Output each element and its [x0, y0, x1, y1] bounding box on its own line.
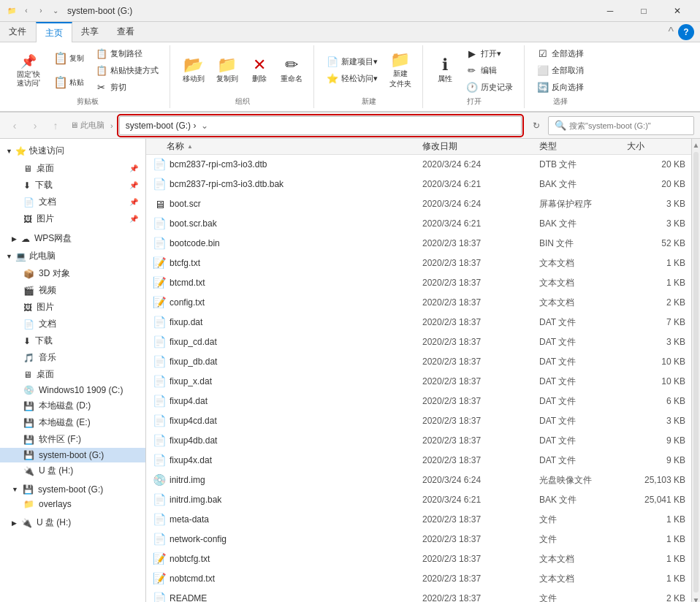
- header-name[interactable]: 名称 ▲: [167, 140, 422, 153]
- sidebar-item-docs2[interactable]: 📄 文档: [0, 316, 145, 332]
- sidebar-item-driveE[interactable]: 💾 本地磁盘 (E:): [0, 414, 145, 431]
- help-button[interactable]: ?: [678, 24, 694, 40]
- sidebar-item-music[interactable]: 🎵 音乐: [0, 349, 145, 366]
- table-row[interactable]: 📄 fixup4db.dat 2020/2/3 18:37 DAT 文件 9 K…: [146, 431, 691, 451]
- new-item-button[interactable]: 📄 新建项目▾: [322, 54, 383, 70]
- pin-quick-access-button[interactable]: 📌 固定'快速访问': [12, 50, 45, 90]
- table-row[interactable]: 🖥 boot.scr 2020/3/24 6:24 屏幕保护程序 3 KB: [146, 194, 691, 214]
- table-row[interactable]: 📄 network-config 2020/2/3 18:37 文件 1 KB: [146, 530, 691, 549]
- open-button[interactable]: ▶ 打开▾: [461, 45, 518, 61]
- file-date: 2020/3/24 6:21: [422, 218, 539, 229]
- tab-share[interactable]: 共享: [72, 22, 108, 42]
- sidebar-item-videos[interactable]: 🎬 视频: [0, 282, 145, 299]
- sidebar-this-pc[interactable]: ▼ 💻 此电脑: [0, 247, 145, 265]
- table-row[interactable]: 📄 initrd.img.bak 2020/3/24 6:21 BAK 文件 2…: [146, 490, 691, 510]
- sidebar-item-driveC[interactable]: 💿 Windows10 1909 (C:): [0, 383, 145, 397]
- edit-button[interactable]: ✏ 编辑: [461, 62, 518, 78]
- table-row[interactable]: 📝 nobtcmd.txt 2020/2/3 18:37 文本文档 1 KB: [146, 569, 691, 589]
- scroll-thumb[interactable]: [693, 152, 699, 593]
- table-row[interactable]: 📝 btcfg.txt 2020/2/3 18:37 文本文档 1 KB: [146, 254, 691, 273]
- move-to-button[interactable]: 📂 移动到: [178, 54, 210, 86]
- table-row[interactable]: 📄 fixup4.dat 2020/2/3 18:37 DAT 文件 6 KB: [146, 392, 691, 411]
- tab-file[interactable]: 文件: [0, 22, 36, 42]
- table-row[interactable]: 💿 initrd.img 2020/3/24 6:24 光盘映像文件 25,10…: [146, 470, 691, 490]
- sidebar-item-downloads[interactable]: ⬇ 下载 📌: [0, 177, 145, 194]
- sidebar-item-driveD[interactable]: 💾 本地磁盘 (D:): [0, 397, 145, 414]
- sidebar-item-udisk2[interactable]: ▶ 🔌 U 盘 (H:): [0, 514, 145, 531]
- table-row[interactable]: 📄 meta-data 2020/2/3 18:37 文件 1 KB: [146, 510, 691, 530]
- table-row[interactable]: 📝 nobtcfg.txt 2020/2/3 18:37 文本文档 1 KB: [146, 549, 691, 569]
- table-row[interactable]: 📄 bcm2837-rpi-cm3-io3.dtb.bak 2020/3/24 …: [146, 175, 691, 194]
- sidebar-item-driveG[interactable]: 💾 system-boot (G:): [0, 448, 145, 462]
- tb-forward-icon[interactable]: ›: [35, 5, 47, 17]
- right-scrollbar[interactable]: ▲ ▼: [691, 139, 700, 602]
- breadcrumb-this-pc[interactable]: 🖥 此电脑: [67, 118, 107, 132]
- table-row[interactable]: 📄 fixup_db.dat 2020/2/3 18:37 DAT 文件 10 …: [146, 352, 691, 372]
- sidebar-item-overlays[interactable]: 📁 overlays: [0, 497, 145, 511]
- address-dropdown[interactable]: ⌄: [196, 117, 213, 134]
- sidebar-item-pictures[interactable]: 🖼 图片 📌: [0, 210, 145, 227]
- table-row[interactable]: 📄 bcm2837-rpi-cm3-io3.dtb 2020/3/24 6:24…: [146, 155, 691, 175]
- select-all-button[interactable]: ☑ 全部选择: [532, 45, 589, 61]
- table-row[interactable]: 📄 boot.scr.bak 2020/3/24 6:21 BAK 文件 3 K…: [146, 214, 691, 234]
- cut-button[interactable]: ✂ 剪切: [91, 79, 164, 95]
- table-row[interactable]: 📄 fixup4cd.dat 2020/2/3 18:37 DAT 文件 3 K…: [146, 411, 691, 431]
- address-bar[interactable]: system-boot (G:) › ⌄: [119, 116, 522, 135]
- sidebar-item-pictures2[interactable]: 🖼 图片: [0, 299, 145, 316]
- history-button[interactable]: 🕐 历史记录: [461, 79, 518, 95]
- file-name: boot.scr.bak: [170, 218, 422, 229]
- search-input[interactable]: [569, 121, 688, 130]
- sidebar-item-sysboot2[interactable]: ▼ 💾 system-boot (G:): [0, 482, 145, 497]
- table-row[interactable]: 📄 bootcode.bin 2020/2/3 18:37 BIN 文件 52 …: [146, 234, 691, 254]
- refresh-button[interactable]: ↻: [528, 117, 545, 134]
- forward-button[interactable]: ›: [26, 117, 44, 134]
- properties-button[interactable]: ℹ 属性: [430, 54, 460, 86]
- copy-button[interactable]: 📋 复制: [47, 47, 89, 70]
- table-row[interactable]: 📝 config.txt 2020/2/3 18:37 文本文档 2 KB: [146, 293, 691, 313]
- table-row[interactable]: 📄 fixup_x.dat 2020/2/3 18:37 DAT 文件 10 K…: [146, 372, 691, 392]
- tab-view[interactable]: 查看: [108, 22, 144, 42]
- table-row[interactable]: 📝 btcmd.txt 2020/2/3 18:37 文本文档 1 KB: [146, 273, 691, 293]
- tab-home[interactable]: 主页: [36, 22, 72, 42]
- back-button[interactable]: ‹: [6, 117, 23, 134]
- header-date[interactable]: 修改日期: [422, 140, 539, 153]
- copy-path-button[interactable]: 📋 复制路径: [91, 45, 164, 61]
- table-row[interactable]: 📄 fixup4x.dat 2020/2/3 18:37 DAT 文件 9 KB: [146, 451, 691, 470]
- copy-to-button[interactable]: 📁 复制到: [211, 54, 243, 86]
- maximize-button[interactable]: □: [627, 0, 661, 22]
- tb-down-icon[interactable]: ⌄: [50, 5, 61, 17]
- header-type[interactable]: 类型: [539, 140, 627, 153]
- sidebar-item-desktop[interactable]: 🖥 桌面 📌: [0, 160, 145, 177]
- sidebar-item-driveF[interactable]: 💾 软件区 (F:): [0, 431, 145, 448]
- pictures-label: 图片: [37, 213, 125, 225]
- minimize-button[interactable]: ─: [593, 0, 627, 22]
- easy-access-button[interactable]: ⭐ 轻松访问▾: [322, 71, 383, 87]
- pin-docs-icon: 📌: [129, 198, 140, 206]
- tb-back-icon[interactable]: ‹: [20, 5, 32, 17]
- paste-button[interactable]: 📋 粘贴: [47, 71, 89, 94]
- sidebar-item-driveH[interactable]: 🔌 U 盘 (H:): [0, 462, 145, 479]
- delete-button[interactable]: ✕ 删除: [245, 54, 274, 86]
- table-row[interactable]: 📄 fixup.dat 2020/2/3 18:37 DAT 文件 7 KB: [146, 313, 691, 332]
- paste-shortcut-button[interactable]: 📋 粘贴快捷方式: [91, 62, 164, 78]
- rename-button[interactable]: ✏ 重命名: [275, 54, 308, 86]
- table-row[interactable]: 📄 README 2020/2/3 18:37 文件 2 KB: [146, 589, 691, 602]
- select-none-button[interactable]: ⬜ 全部取消: [532, 62, 589, 78]
- table-row[interactable]: 📄 fixup_cd.dat 2020/2/3 18:37 DAT 文件 3 K…: [146, 332, 691, 352]
- ribbon-collapse-icon[interactable]: ^: [668, 26, 674, 39]
- scroll-up-icon[interactable]: ▲: [692, 139, 700, 150]
- sidebar-item-desktop2[interactable]: 🖥 桌面: [0, 366, 145, 383]
- sidebar-item-downloads2[interactable]: ⬇ 下载: [0, 332, 145, 349]
- sidebar-item-wps[interactable]: ▶ ☁ WPS网盘: [0, 230, 145, 247]
- invert-select-button[interactable]: 🔄 反向选择: [532, 79, 589, 95]
- close-button[interactable]: ✕: [661, 0, 694, 22]
- scroll-down-icon[interactable]: ▼: [692, 594, 700, 602]
- file-icon: 📄: [152, 492, 167, 507]
- header-size[interactable]: 大小: [627, 140, 685, 153]
- sidebar-item-docs[interactable]: 📄 文档 📌: [0, 194, 145, 210]
- new-folder-button[interactable]: 📁 新建 文件夹: [384, 49, 416, 91]
- sidebar-quick-access[interactable]: ▼ ⭐ 快速访问: [0, 142, 145, 160]
- sidebar-item-3dobjects[interactable]: 📦 3D 对象: [0, 265, 145, 282]
- up-button[interactable]: ↑: [47, 117, 64, 134]
- file-date: 2020/2/3 18:37: [422, 396, 539, 406]
